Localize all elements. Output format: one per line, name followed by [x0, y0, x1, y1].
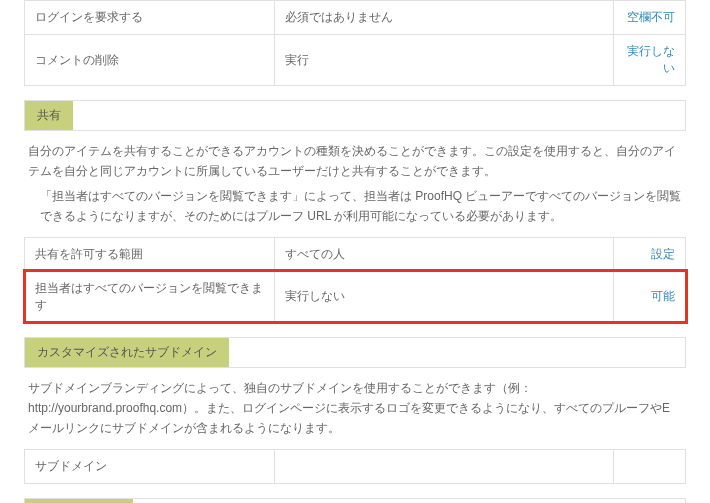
row-label: サブドメイン	[25, 449, 275, 483]
row-value: 実行しない	[275, 271, 614, 322]
section-header-sharing: 共有	[24, 100, 686, 131]
row-label: コメントの削除	[25, 35, 275, 86]
action-link-settings[interactable]: 設定	[651, 247, 675, 261]
row-label: 担当者はすべてのバージョンを閲覧できます	[25, 271, 275, 322]
row-assignee-view-all-versions: 担当者はすべてのバージョンを閲覧できます 実行しない 可能	[25, 271, 686, 322]
settings-table-subdomain: サブドメイン	[24, 449, 686, 484]
row-sharing-scope: 共有を許可する範囲 すべての人 設定	[25, 237, 686, 271]
row-value: 必須ではありません	[275, 1, 614, 35]
action-link-enable[interactable]: 可能	[651, 289, 675, 303]
section-title: カスタマイズされたサブドメイン	[25, 338, 229, 367]
settings-table-sharing: 共有を許可する範囲 すべての人 設定 担当者はすべてのバージョンを閲覧できます …	[24, 237, 686, 323]
settings-table-top: ログインを要求する 必須ではありません 空欄不可 コメントの削除 実行 実行しな…	[24, 0, 686, 86]
section-header-branding: ブランディング	[24, 498, 686, 503]
section-title: ブランディング	[25, 499, 133, 503]
row-action	[614, 449, 686, 483]
row-value: 実行	[275, 35, 614, 86]
action-link-do-not-execute[interactable]: 実行しない	[627, 44, 675, 75]
row-delete-comments: コメントの削除 実行 実行しない	[25, 35, 686, 86]
row-value	[275, 449, 614, 483]
sharing-description: 自分のアイテムを共有することができるアカウントの種類を決めることができます。この…	[24, 141, 686, 227]
section-header-subdomain: カスタマイズされたサブドメイン	[24, 337, 686, 368]
sharing-desc-indent: 「担当者はすべてのバージョンを閲覧できます」によって、担当者は ProofHQ …	[28, 186, 682, 227]
row-require-login: ログインを要求する 必須ではありません 空欄不可	[25, 1, 686, 35]
row-label: 共有を許可する範囲	[25, 237, 275, 271]
row-value: すべての人	[275, 237, 614, 271]
action-link-blank-not-allowed[interactable]: 空欄不可	[627, 10, 675, 24]
row-subdomain: サブドメイン	[25, 449, 686, 483]
subdomain-description: サブドメインブランディングによって、独自のサブドメインを使用することができます（…	[24, 378, 686, 439]
sharing-desc-main: 自分のアイテムを共有することができるアカウントの種類を決めることができます。この…	[28, 144, 676, 178]
section-title: 共有	[25, 101, 73, 130]
row-label: ログインを要求する	[25, 1, 275, 35]
